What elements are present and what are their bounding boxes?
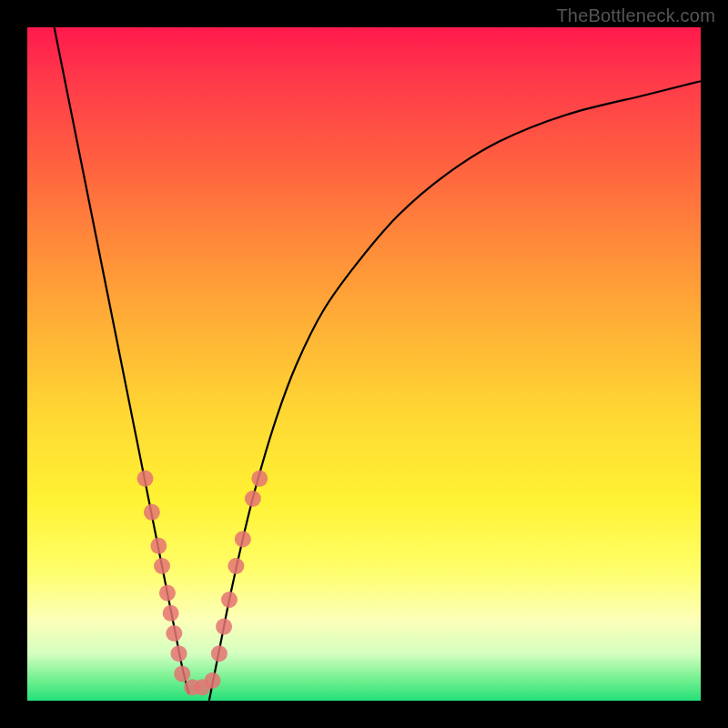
datapoint-marker: [228, 558, 244, 574]
curve-group: [55, 27, 701, 701]
marker-group: [137, 470, 268, 695]
datapoint-marker: [221, 592, 238, 608]
datapoint-marker: [159, 585, 176, 602]
datapoint-marker: [163, 605, 179, 622]
datapoint-marker: [137, 470, 154, 487]
datapoint-marker: [171, 645, 187, 662]
watermark-text: TheBottleneck.com: [556, 5, 715, 26]
datapoint-marker: [216, 619, 232, 635]
chart-svg: [27, 27, 701, 701]
datapoint-marker: [205, 672, 221, 689]
datapoint-marker: [166, 625, 182, 642]
datapoint-marker: [150, 538, 167, 554]
datapoint-marker: [144, 504, 160, 521]
datapoint-marker: [211, 645, 228, 662]
datapoint-marker: [251, 470, 268, 487]
datapoint-marker: [235, 531, 251, 547]
chart-plot-area: [27, 27, 701, 701]
datapoint-marker: [174, 665, 190, 682]
datapoint-marker: [154, 558, 170, 574]
curve-right-branch: [209, 81, 701, 701]
datapoint-marker: [245, 490, 261, 507]
